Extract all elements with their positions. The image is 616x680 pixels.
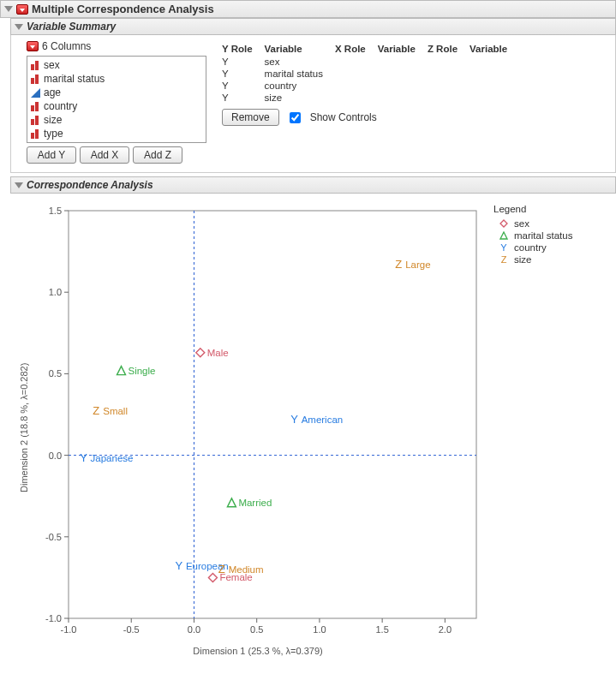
add-y-button[interactable]: Add Y [27,146,76,164]
svg-rect-0 [69,211,476,618]
svg-text:American: American [302,415,344,425]
svg-marker-49 [500,220,507,227]
role-panel: Y Role Variable X Role Variable Z Role V… [222,40,610,131]
svg-text:Male: Male [207,348,229,358]
role-table: Y Role Variable X Role Variable Z Role V… [222,42,519,104]
correspondence-title: Correspondence Analysis [27,179,153,191]
controls-row: Remove Show Controls [222,104,610,131]
legend-item[interactable]: sex [493,218,572,230]
nominal-icon [31,61,40,70]
svg-text:Y: Y [176,559,183,572]
nominal-icon [31,116,40,125]
table-row[interactable]: Ysex [222,56,519,68]
list-item[interactable]: sex [27,58,206,72]
legend-title: Legend [493,204,572,214]
column-name: type [44,128,63,140]
list-item[interactable]: type [27,127,206,140]
y-axis-label: Dimension 2 (18.8 %, λ=0.282) [17,199,31,656]
legend-label: marital status [514,230,572,241]
svg-text:1.5: 1.5 [49,206,62,216]
main-header: Multiple Correspondence Analysis [0,0,616,18]
svg-marker-50 [500,232,507,239]
table-row[interactable]: Ymarital status [222,68,519,80]
column-name: age [44,86,61,98]
disclosure-icon[interactable] [4,6,13,12]
column-name: marital status [44,73,105,85]
diamond-icon [499,218,509,229]
column-name: size [44,114,62,126]
nominal-icon [31,102,40,111]
legend-label: sex [514,218,529,229]
legend-item[interactable]: Zsize [493,254,572,265]
svg-text:Married: Married [238,498,272,508]
column-count-row: 6 Columns [27,40,206,52]
col-header-zrole: Z Role [428,42,469,56]
variable-summary-body: 6 Columns sexmarital statusagecountrysiz… [10,35,616,173]
legend-label: size [514,254,531,265]
legend-label: country [514,242,547,253]
correspondence-header: Correspondence Analysis [10,176,616,194]
svg-text:1.0: 1.0 [49,287,62,297]
table-row[interactable]: Ycountry [222,80,519,92]
svg-text:Small: Small [103,406,128,416]
list-item[interactable]: age [27,86,206,99]
svg-text:2.0: 2.0 [439,624,452,635]
chart-section: Dimension 2 (18.8 %, λ=0.282) -1.0-0.50.… [0,194,616,661]
svg-text:0.5: 0.5 [49,368,62,379]
svg-text:Japanese: Japanese [91,453,134,463]
triangle-icon [499,230,509,241]
disclosure-icon[interactable] [15,182,23,188]
variable-summary-header: Variable Summary [10,18,616,35]
main-title: Multiple Correspondence Analysis [32,3,214,15]
col-header-variable: Variable [265,42,335,56]
svg-text:Single: Single [129,366,156,376]
list-item[interactable]: marital status [27,72,206,86]
svg-text:Z: Z [395,258,402,271]
svg-text:0.0: 0.0 [49,450,62,461]
svg-text:-0.5: -0.5 [123,624,140,635]
add-x-button[interactable]: Add X [80,146,129,164]
list-item[interactable]: size [27,113,206,127]
red-triangle-menu-icon[interactable] [27,41,39,51]
x-axis-label: Dimension 1 (25.3 %, λ=0.379) [31,644,485,656]
add-buttons-row: Add Y Add X Add Z [27,146,206,164]
col-header-xrole: X Role [335,42,378,56]
nominal-icon [31,75,40,84]
continuous-icon [31,88,40,98]
show-controls-checkbox[interactable] [290,112,301,123]
svg-text:Z: Z [218,563,225,576]
scatter-plot: -1.0-0.50.00.51.01.52.0-1.0-0.50.00.51.0… [31,199,485,644]
column-name: sex [44,59,60,71]
remove-button[interactable]: Remove [222,109,279,126]
red-triangle-menu-icon[interactable] [16,4,28,15]
legend-item[interactable]: marital status [493,230,572,242]
svg-text:-1.0: -1.0 [45,613,62,623]
svg-text:1.5: 1.5 [376,624,389,635]
table-row[interactable]: Ysize [222,92,519,104]
column-name: country [44,100,77,112]
svg-text:Medium: Medium [229,564,264,575]
svg-text:-1.0: -1.0 [61,624,77,635]
legend: Legend sexmarital statusYcountryZsize [493,199,572,656]
plot-wrap: Dimension 2 (18.8 %, λ=0.282) -1.0-0.50.… [17,199,485,656]
Y-icon: Y [499,242,509,253]
svg-text:Large: Large [405,259,430,270]
col-header-yrole: Y Role [222,42,265,56]
legend-item[interactable]: Ycountry [493,242,572,254]
disclosure-icon[interactable] [15,24,23,30]
nominal-icon [31,129,40,139]
list-item[interactable]: country [27,99,206,113]
add-z-button[interactable]: Add Z [133,146,182,164]
column-listbox[interactable]: sexmarital statusagecountrysizetype [27,56,206,143]
show-controls-label: Show Controls [310,111,377,123]
svg-text:Y: Y [80,451,87,464]
columns-count-label: 6 Columns [42,40,91,52]
col-header-variable: Variable [378,42,428,56]
col-header-variable: Variable [469,42,519,56]
svg-text:0.0: 0.0 [188,624,200,635]
variable-summary-title: Variable Summary [27,21,116,33]
svg-text:Y: Y [290,413,298,426]
svg-text:-0.5: -0.5 [45,532,62,542]
svg-text:0.5: 0.5 [250,624,263,635]
Z-icon: Z [499,254,509,265]
